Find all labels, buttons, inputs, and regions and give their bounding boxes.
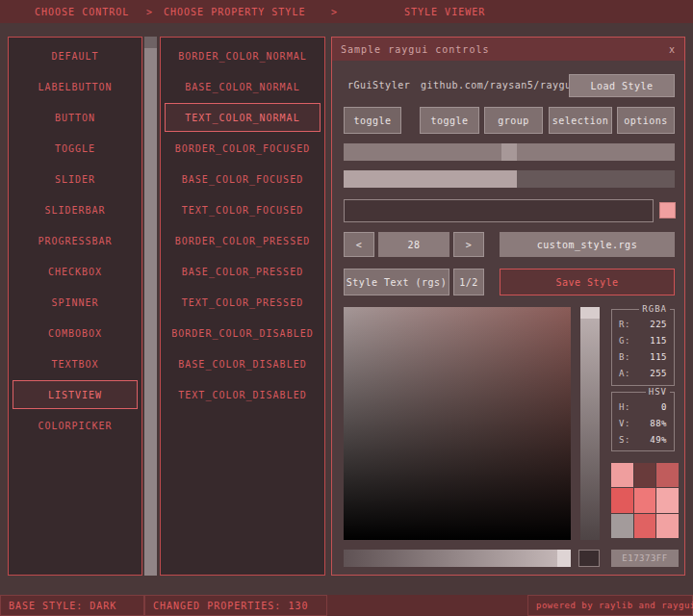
top-bar: CHOOSE CONTROL > CHOOSE PROPERTY STYLE >… bbox=[0, 0, 693, 23]
close-icon[interactable]: x bbox=[669, 44, 676, 55]
alpha-slider-thumb[interactable] bbox=[557, 550, 571, 567]
controls-list: DEFAULT LABELBUTTON BUTTON TOGGLE SLIDER… bbox=[8, 37, 142, 576]
list-item-textbox[interactable]: TEXTBOX bbox=[13, 349, 138, 378]
load-style-button[interactable]: Load Style bbox=[569, 74, 675, 97]
properties-list: BORDER_COLOR_NORMAL BASE_COLOR_NORMAL TE… bbox=[160, 37, 325, 576]
hex-color-input[interactable]: E17373FF bbox=[611, 550, 679, 567]
palette-swatch[interactable] bbox=[656, 463, 679, 487]
list-item-base-color-pressed[interactable]: BASE_COLOR_PRESSED bbox=[165, 257, 321, 286]
list-scrollbar[interactable] bbox=[144, 37, 157, 576]
style-viewer-window: Sample raygui controls x rGuiStyler gith… bbox=[331, 37, 685, 576]
a-value: 255 bbox=[650, 366, 667, 382]
style-filename-input[interactable]: custom_style.rgs bbox=[500, 232, 675, 257]
window-titlebar[interactable]: Sample raygui controls x bbox=[332, 38, 684, 61]
g-value: 115 bbox=[650, 333, 667, 349]
list-item-labelbutton[interactable]: LABELBUTTON bbox=[13, 72, 138, 101]
palette-swatch[interactable] bbox=[634, 463, 656, 487]
toggle-group-selection[interactable]: selection bbox=[549, 107, 612, 134]
color-picker-panel[interactable] bbox=[344, 307, 571, 540]
g-label: G: bbox=[619, 333, 630, 349]
status-credits: powered by raylib and raygui bbox=[527, 595, 693, 616]
rgba-group-label: RGBA bbox=[639, 304, 670, 314]
h-value: 0 bbox=[661, 399, 667, 416]
alpha-slider[interactable] bbox=[344, 550, 571, 567]
list-item-slider[interactable]: SLIDER bbox=[13, 165, 138, 193]
r-value: 225 bbox=[650, 317, 667, 333]
list-item-colorpicker[interactable]: COLORPICKER bbox=[13, 411, 138, 440]
s-value: 49% bbox=[650, 432, 667, 449]
list-item-border-color-normal[interactable]: BORDER_COLOR_NORMAL bbox=[165, 41, 321, 70]
breadcrumb-style-viewer: STYLE VIEWER bbox=[404, 7, 485, 17]
list-item-text-color-normal-selected[interactable]: TEXT_COLOR_NORMAL bbox=[165, 103, 321, 132]
list-item-progressbar[interactable]: PROGRESSBAR bbox=[13, 226, 138, 255]
app-name-label: rGuiStyler bbox=[347, 80, 410, 90]
sample-slider[interactable] bbox=[344, 143, 675, 161]
a-label: A: bbox=[619, 366, 630, 382]
progressbar-fill bbox=[344, 170, 517, 188]
r-label: R: bbox=[619, 317, 630, 333]
toggle-button[interactable]: toggle bbox=[344, 107, 401, 134]
color-picker-value-bar[interactable] bbox=[580, 307, 600, 540]
list-item-border-color-focused[interactable]: BORDER_COLOR_FOCUSED bbox=[165, 134, 321, 163]
slider-thumb[interactable] bbox=[501, 143, 517, 161]
list-item-spinner[interactable]: SPINNER bbox=[13, 288, 138, 317]
list-item-base-color-normal[interactable]: BASE_COLOR_NORMAL bbox=[165, 72, 321, 101]
list-item-text-color-focused[interactable]: TEXT_COLOR_FOCUSED bbox=[165, 195, 321, 224]
list-item-listview-selected[interactable]: LISTVIEW bbox=[13, 380, 138, 409]
status-bar: BASE STYLE: DARK CHANGED PROPERTIES: 130… bbox=[0, 595, 693, 616]
palette-swatch[interactable] bbox=[634, 514, 656, 538]
rguistyler-app: CHOOSE CONTROL > CHOOSE PROPERTY STYLE >… bbox=[0, 0, 693, 616]
v-value: 88% bbox=[650, 416, 667, 432]
b-label: B: bbox=[619, 349, 630, 366]
b-value: 115 bbox=[650, 349, 667, 366]
list-item-toggle[interactable]: TOGGLE bbox=[13, 134, 138, 163]
sample-text-input[interactable] bbox=[344, 199, 654, 222]
hsv-group: HSV H:0 V:88% S:49% bbox=[611, 392, 675, 451]
spinner-value[interactable]: 28 bbox=[378, 232, 449, 257]
status-base-style: BASE STYLE: DARK bbox=[0, 595, 144, 616]
save-style-button[interactable]: Save Style bbox=[500, 269, 675, 295]
status-changed-properties: CHANGED PROPERTIES: 130 bbox=[144, 595, 327, 616]
color-palette bbox=[611, 463, 679, 538]
palette-swatch[interactable] bbox=[656, 488, 679, 512]
repo-link[interactable]: github.com/raysan5/raygui bbox=[421, 80, 578, 90]
sample-progressbar bbox=[344, 170, 675, 188]
list-item-text-color-disabled[interactable]: TEXT_COLOR_DISABLED bbox=[165, 380, 321, 409]
toggle-group-toggle[interactable]: toggle bbox=[420, 107, 479, 134]
list-item-base-color-disabled[interactable]: BASE_COLOR_DISABLED bbox=[165, 349, 321, 378]
window-title: Sample raygui controls bbox=[341, 44, 489, 55]
list-item-base-color-focused[interactable]: BASE_COLOR_FOCUSED bbox=[165, 165, 321, 193]
color-preview-box bbox=[578, 550, 600, 567]
toggle-group-options[interactable]: options bbox=[617, 107, 675, 134]
toggle-group-group[interactable]: group bbox=[484, 107, 543, 134]
list-item-sliderbar[interactable]: SLIDERBAR bbox=[13, 195, 138, 224]
palette-swatch[interactable] bbox=[634, 488, 656, 512]
page-toggle-button[interactable]: 1/2 bbox=[453, 269, 484, 295]
s-label: S: bbox=[619, 432, 630, 449]
breadcrumb-choose-property: CHOOSE PROPERTY STYLE bbox=[164, 7, 305, 17]
h-label: H: bbox=[619, 399, 630, 416]
list-item-checkbox[interactable]: CHECKBOX bbox=[13, 257, 138, 286]
palette-swatch[interactable] bbox=[611, 514, 633, 538]
value-bar-thumb[interactable] bbox=[580, 307, 600, 319]
list-item-border-color-pressed[interactable]: BORDER_COLOR_PRESSED bbox=[165, 226, 321, 255]
breadcrumb-separator-icon: > bbox=[331, 7, 338, 17]
list-item-button[interactable]: BUTTON bbox=[13, 103, 138, 132]
rgba-group: RGBA R:225 G:115 B:115 A:255 bbox=[611, 309, 675, 386]
list-item-combobox[interactable]: COMBOBOX bbox=[13, 319, 138, 347]
color-swatch-button[interactable] bbox=[659, 202, 676, 218]
breadcrumb-choose-control: CHOOSE CONTROL bbox=[35, 7, 129, 17]
palette-swatch[interactable] bbox=[611, 488, 633, 512]
scrollbar-thumb[interactable] bbox=[144, 37, 157, 48]
v-label: V: bbox=[619, 416, 630, 432]
palette-swatch[interactable] bbox=[656, 514, 679, 538]
list-item-default[interactable]: DEFAULT bbox=[13, 41, 138, 70]
spinner-decrement-button[interactable]: < bbox=[344, 232, 374, 257]
list-item-text-color-pressed[interactable]: TEXT_COLOR_PRESSED bbox=[165, 288, 321, 317]
spinner-increment-button[interactable]: > bbox=[453, 232, 484, 257]
list-item-border-color-disabled[interactable]: BORDER_COLOR_DISABLED bbox=[165, 319, 321, 347]
hsv-group-label: HSV bbox=[646, 387, 670, 397]
breadcrumb-separator-icon: > bbox=[146, 7, 153, 17]
palette-swatch[interactable] bbox=[611, 463, 633, 487]
style-text-rgs-button[interactable]: Style Text (rgs) bbox=[344, 269, 449, 295]
